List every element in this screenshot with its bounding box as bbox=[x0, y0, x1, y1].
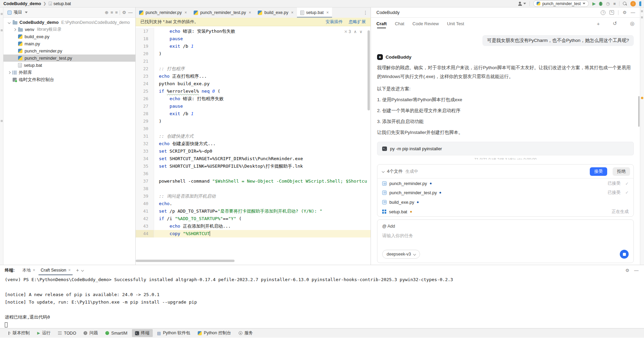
next-problem-icon[interactable]: ∨ bbox=[359, 29, 362, 34]
tree-item-punch_reminder_test.py[interactable]: punch_reminder_test.py bbox=[3, 55, 135, 62]
tool-stripe-icon[interactable] bbox=[1, 29, 3, 31]
code-line-30[interactable]: 30 bbox=[136, 125, 371, 133]
tree-item-CodeBuddy_demo[interactable]: CodeBuddy_demoE:\PythonDemos\CodeBuddy_d… bbox=[3, 19, 135, 26]
project-panel-title[interactable]: 项目 bbox=[14, 10, 22, 15]
code-line-44[interactable]: 44 copy "%SHORTCUT bbox=[136, 230, 371, 237]
gear-icon[interactable]: ⚙ bbox=[623, 10, 627, 15]
code-line-38[interactable]: 38 bbox=[136, 185, 371, 193]
gear-icon[interactable]: ⚙ bbox=[625, 268, 629, 273]
tool-stripe-icon[interactable] bbox=[641, 10, 643, 12]
editor-horizontal-scrollbar[interactable] bbox=[136, 260, 235, 262]
clipped-toolbar-icon[interactable] bbox=[639, 1, 641, 6]
chevron-down-icon[interactable] bbox=[8, 21, 11, 24]
code-line-29[interactable]: 29) bbox=[136, 118, 371, 125]
hide-panel-icon[interactable]: — bbox=[634, 268, 639, 273]
tab-punch_reminder.py[interactable]: punch_reminder.py× bbox=[136, 7, 190, 18]
statusbar-item-todo[interactable]: TODO bbox=[55, 330, 79, 337]
run-config-selector[interactable]: punch_reminder_test bbox=[533, 0, 589, 7]
close-icon[interactable]: × bbox=[184, 10, 187, 15]
task-input-card[interactable]: @ Add 请输入你的任务 deepseek-v3 bbox=[377, 219, 634, 263]
panel-scrollbar[interactable] bbox=[638, 96, 640, 127]
tool-stripe-icon[interactable] bbox=[1, 13, 3, 15]
statusbar-item-终端[interactable]: >_终端 bbox=[132, 329, 153, 337]
close-icon[interactable]: × bbox=[291, 10, 294, 15]
code-line-23[interactable]: 23echo 正在打包程序... bbox=[136, 73, 371, 80]
file-row-punch_reminder.py[interactable]: punch_reminder.py已接受✓ bbox=[377, 178, 633, 188]
code-line-34[interactable]: 34set SHORTCUT_TARGET=%SCRIPT_DIR%dist\P… bbox=[136, 155, 371, 163]
tab-code-review[interactable]: Code Review bbox=[413, 19, 439, 28]
terminal-tab-本地[interactable]: 本地× bbox=[19, 265, 38, 275]
update-icon[interactable]: ↑ bbox=[630, 1, 636, 6]
code-line-33[interactable]: 33set SCRIPT_DIR=%~dp0 bbox=[136, 148, 371, 155]
breadcrumb-file[interactable]: setup.bat bbox=[54, 1, 71, 6]
more-tabs-icon[interactable]: ⋮ bbox=[360, 10, 371, 15]
statusbar-item-smartim[interactable]: ⋯SmartIM bbox=[102, 330, 130, 337]
editor-vertical-scrollbar[interactable] bbox=[368, 30, 370, 110]
tree-item-main.py[interactable]: main.py bbox=[3, 40, 135, 47]
code-line-24[interactable]: 24python build_exe.py bbox=[136, 80, 371, 88]
terminal-output[interactable]: (venv) PS E:\PythonDemos\CodeBuddy_demo>… bbox=[0, 275, 644, 328]
tree-item-venv[interactable]: venvlibrary根目录 bbox=[3, 26, 135, 33]
code-line-25[interactable]: 25if %errorlevel% neq 0 ( bbox=[136, 88, 371, 95]
statusbar-item-版本控制[interactable]: 版本控制 bbox=[4, 329, 33, 337]
file-row-build_exe.py[interactable]: build_exe.py bbox=[377, 197, 633, 207]
prev-problem-icon[interactable]: ∧ bbox=[354, 29, 357, 34]
statusbar-item-python-软件包[interactable]: ▤Python 软件包 bbox=[154, 329, 193, 337]
code-line-31[interactable]: 31:: 创建快捷方式 bbox=[136, 133, 371, 140]
locate-file-icon[interactable]: ⊕ bbox=[105, 10, 108, 15]
user-menu-button[interactable] bbox=[518, 2, 526, 6]
code-editor[interactable]: 17 echo 错误: 安装Python包失败18 pause19 exit /… bbox=[136, 26, 371, 265]
code-line-27[interactable]: 27 pause bbox=[136, 103, 371, 110]
accept-button[interactable]: 接受 bbox=[590, 167, 607, 176]
debug-button[interactable] bbox=[599, 2, 602, 6]
chat-scroll-area[interactable]: 可是我女朋友也没有PyCharm，也不会Python，她怎么用这个工具呢? ◈ … bbox=[371, 29, 640, 265]
settings-target-icon[interactable]: ◎ bbox=[630, 20, 634, 27]
tool-stripe-icon[interactable] bbox=[641, 16, 643, 18]
ignore-extension-link[interactable]: 忽略扩展 bbox=[349, 19, 366, 25]
code-line-28[interactable]: 28 exit /b 1 bbox=[136, 110, 371, 118]
collapse-all-icon[interactable]: ≡ bbox=[115, 10, 118, 15]
hide-panel-icon[interactable]: — bbox=[631, 10, 635, 15]
breadcrumb-project[interactable]: CodeBuddy_demo bbox=[3, 1, 41, 6]
stop-button[interactable]: ■ bbox=[613, 1, 616, 6]
command-card[interactable]: >_ py -m pip install pyinstaller bbox=[377, 142, 634, 155]
tree-item-外部库[interactable]: 外部库 bbox=[3, 69, 135, 76]
close-icon[interactable]: × bbox=[33, 268, 35, 273]
terminal-tab-craft-session[interactable]: Craft Session× bbox=[38, 265, 73, 275]
code-line-37[interactable]: 37powershell -command "$WshShell = New-O… bbox=[136, 178, 371, 185]
close-icon[interactable]: × bbox=[326, 10, 329, 15]
statusbar-item-服务[interactable]: 服务 bbox=[236, 329, 256, 337]
code-line-39[interactable]: 39:: 询问是否添加到开机启动 bbox=[136, 193, 371, 200]
task-input-placeholder[interactable]: 请输入你的任务 bbox=[382, 233, 629, 239]
code-line-19[interactable]: 19 exit /b 1 bbox=[136, 43, 371, 50]
code-line-36[interactable]: 36 bbox=[136, 170, 371, 178]
help-icon[interactable]: ? bbox=[601, 10, 605, 15]
file-row-punch_reminder_test.py[interactable]: punch_reminder_test.py已接受✓ bbox=[377, 188, 633, 197]
chevron-down-icon[interactable] bbox=[81, 269, 84, 272]
tree-item-临时文件和控制台[interactable]: 临时文件和控制台 bbox=[3, 76, 135, 83]
tab-setup.bat[interactable]: setup.bat× bbox=[297, 7, 332, 18]
inspection-widget[interactable]: ✕ 3 ∧ ∨ bbox=[343, 29, 364, 34]
chevron-right-icon[interactable] bbox=[13, 28, 16, 31]
code-line-40[interactable]: 40echo. bbox=[136, 200, 371, 208]
statusbar-item-python-控制台[interactable]: Python 控制台 bbox=[195, 329, 234, 337]
close-icon[interactable]: × bbox=[68, 268, 71, 273]
files-card-header[interactable]: 4个文件 生成中 接受 拒绝 bbox=[377, 165, 633, 178]
feedback-icon[interactable]: ✎ bbox=[610, 10, 614, 15]
chevron-down-icon[interactable] bbox=[25, 12, 28, 13]
chevron-right-icon[interactable] bbox=[8, 71, 11, 74]
close-icon[interactable]: × bbox=[249, 10, 251, 15]
code-line-41[interactable]: 41set /p ADD_TO_STARTUP="是否要将打卡提醒助手添加到开机… bbox=[136, 208, 371, 215]
code-line-35[interactable]: 35set SHORTCUT_LINK=%USERPROFILE%\Deskto… bbox=[136, 163, 371, 170]
history-icon[interactable]: ↺ bbox=[613, 20, 617, 27]
stop-generation-button[interactable] bbox=[620, 250, 629, 259]
tab-build_exe.py[interactable]: build_exe.py× bbox=[254, 7, 297, 18]
reject-button[interactable]: 拒绝 bbox=[613, 167, 630, 176]
code-line-17[interactable]: 17 echo 错误: 安装Python包失败 bbox=[136, 28, 371, 35]
code-line-22[interactable]: 22:: 打包程序 bbox=[136, 65, 371, 73]
tree-item-punch_reminder.py[interactable]: punch_reminder.py bbox=[3, 47, 135, 55]
tab-unit-test[interactable]: Unit Test bbox=[447, 19, 464, 28]
code-line-26[interactable]: 26 echo 错误: 打包程序失败 bbox=[136, 95, 371, 103]
tab-punch_reminder_test.py[interactable]: punch_reminder_test.py× bbox=[190, 7, 254, 18]
code-line-42[interactable]: 42if /i "%ADD_TO_STARTUP%"=="Y" ( bbox=[136, 215, 371, 222]
